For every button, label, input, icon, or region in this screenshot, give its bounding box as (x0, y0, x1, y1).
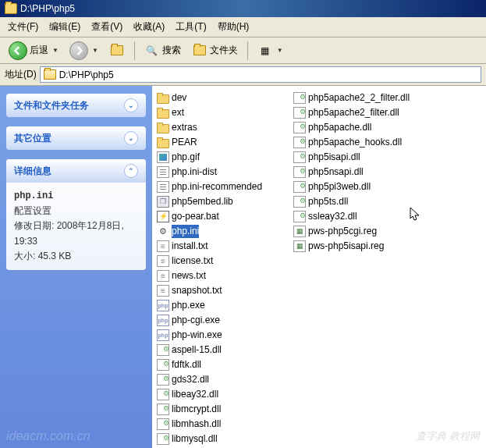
menu-view[interactable]: 查看(V) (87, 19, 127, 35)
file-item[interactable]: gds32.dll (155, 372, 292, 387)
address-input[interactable]: D:\PHP\php5 (40, 66, 481, 83)
file-label: pws-php5cgi.reg (308, 225, 377, 238)
file-item[interactable]: license.txt (155, 254, 292, 268)
dll-icon (157, 344, 169, 356)
places-title: 其它位置 (14, 132, 51, 145)
file-item[interactable]: extras (155, 120, 292, 135)
menu-bar: 文件(F) 编辑(E) 查看(V) 收藏(A) 工具(T) 帮助(H) (0, 17, 486, 37)
file-item[interactable]: dev (155, 91, 292, 105)
file-label: gds32.dll (172, 373, 209, 386)
places-header[interactable]: 其它位置 ⌄ (6, 126, 146, 150)
ini-icon (157, 181, 169, 193)
file-label: go-pear.bat (172, 210, 219, 223)
file-item[interactable]: phpphp-cgi.exe (155, 313, 292, 328)
file-item[interactable]: php.ini-dist (155, 165, 292, 180)
menu-favorites[interactable]: 收藏(A) (129, 19, 169, 35)
details-panel: 详细信息 ⌃ php.ini 配置设置 修改日期: 2008年12月8日, 19… (6, 159, 146, 270)
file-item[interactable]: pws-php5isapi.reg (292, 239, 456, 254)
search-button[interactable]: 🔍 搜索 (140, 41, 185, 61)
details-header[interactable]: 详细信息 ⌃ (6, 159, 146, 183)
file-item[interactable]: libmysql.dll (155, 432, 292, 446)
file-label: php5embed.lib (172, 195, 233, 208)
file-item[interactable]: php.ini (155, 224, 292, 239)
dll-icon (157, 389, 169, 400)
menu-edit[interactable]: 编辑(E) (44, 19, 85, 35)
file-label: ssleay32.dll (308, 210, 357, 223)
file-item[interactable]: php5apache_hooks.dll (292, 135, 456, 150)
file-item[interactable]: libeay32.dll (155, 387, 292, 402)
forward-button[interactable]: ▼ (66, 39, 102, 62)
file-label: php5nsapi.dll (308, 165, 364, 179)
file-item[interactable]: php5pi3web.dll (292, 180, 456, 194)
file-item[interactable]: php.gif (155, 150, 292, 165)
chevron-down-icon: ▼ (52, 47, 59, 54)
expand-icon: ⌄ (124, 98, 138, 112)
file-list[interactable]: devextextrasPEARphp.gifphp.ini-distphp.i… (152, 86, 486, 448)
file-item[interactable]: php.ini-recommended (155, 180, 292, 194)
file-item[interactable]: aspell-15.dll (155, 343, 292, 357)
views-button[interactable]: ▦ ▼ (254, 41, 287, 61)
fold-icon (157, 139, 169, 148)
reg-icon (293, 240, 306, 252)
menu-help[interactable]: 帮助(H) (213, 19, 254, 35)
file-item[interactable]: php5apache2_2_filter.dll (292, 91, 456, 105)
php-icon: php (157, 300, 169, 311)
file-item[interactable]: ext (155, 105, 292, 120)
file-label: php5pi3web.dll (308, 180, 371, 194)
expand-icon: ⌄ (124, 131, 138, 145)
file-item[interactable]: news.txt (155, 268, 292, 283)
txt-icon (157, 270, 169, 282)
title-bar: D:\PHP\php5 (0, 0, 486, 17)
menu-tools[interactable]: 工具(T) (171, 19, 211, 35)
back-button[interactable]: 后退 ▼ (5, 39, 62, 62)
php-icon: php (157, 315, 169, 326)
gear-icon (157, 226, 169, 237)
up-button[interactable] (105, 41, 129, 61)
folders-icon (192, 43, 208, 59)
menu-file[interactable]: 文件(F) (3, 19, 43, 35)
file-item[interactable]: PEAR (155, 135, 292, 150)
file-item[interactable]: install.txt (155, 239, 292, 254)
file-item[interactable]: phpphp.exe (155, 298, 292, 313)
file-label: php.ini (172, 225, 199, 238)
address-label: 地址(D) (5, 68, 37, 81)
tasks-header[interactable]: 文件和文件夹任务 ⌄ (6, 94, 146, 117)
dll-icon (293, 107, 306, 119)
file-label: ext (172, 106, 184, 119)
file-item[interactable]: snapshot.txt (155, 283, 292, 298)
content-area: 文件和文件夹任务 ⌄ 其它位置 ⌄ 详细信息 ⌃ php.ini 配置设置 修改… (0, 86, 486, 448)
details-body: php.ini 配置设置 修改日期: 2008年12月8日, 19:33 大小:… (6, 183, 146, 270)
file-item[interactable]: pws-php5cgi.reg (292, 224, 456, 239)
txt-icon (157, 285, 169, 297)
file-label: pws-php5isapi.reg (308, 240, 384, 253)
back-label: 后退 (30, 44, 48, 57)
fold-icon (157, 109, 169, 119)
file-item[interactable]: ssleay32.dll (292, 209, 456, 224)
details-modified: 修改日期: 2008年12月8日, 19:33 (14, 219, 138, 248)
txt-icon (157, 255, 169, 267)
file-item[interactable]: php5nsapi.dll (292, 165, 456, 180)
dll-icon (157, 374, 169, 386)
file-item[interactable]: php5apache.dll (292, 120, 456, 135)
file-item[interactable]: php5embed.lib (155, 194, 292, 209)
address-bar: 地址(D) D:\PHP\php5 (0, 64, 486, 86)
bat-icon (157, 211, 169, 222)
file-item[interactable]: php5isapi.dll (292, 150, 456, 165)
php-icon: php (157, 329, 169, 341)
folders-button[interactable]: 文件夹 (188, 41, 242, 61)
file-item[interactable]: php5apache2_filter.dll (292, 105, 456, 120)
file-label: php.gif (172, 151, 200, 164)
file-label: aspell-15.dll (172, 343, 222, 357)
file-label: install.txt (172, 240, 208, 253)
file-item[interactable]: libmcrypt.dll (155, 402, 292, 417)
file-item[interactable]: php5ts.dll (292, 194, 456, 209)
details-title: 详细信息 (14, 165, 51, 178)
file-item[interactable]: fdftk.dll (155, 357, 292, 372)
file-item[interactable]: phpphp-win.exe (155, 328, 292, 343)
reg-icon (293, 226, 306, 237)
file-item[interactable]: go-pear.bat (155, 209, 292, 224)
file-item[interactable]: libmhash.dll (155, 417, 292, 432)
folder-up-icon (109, 43, 125, 59)
file-label: php.ini-dist (172, 165, 217, 179)
gif-icon (157, 151, 169, 163)
